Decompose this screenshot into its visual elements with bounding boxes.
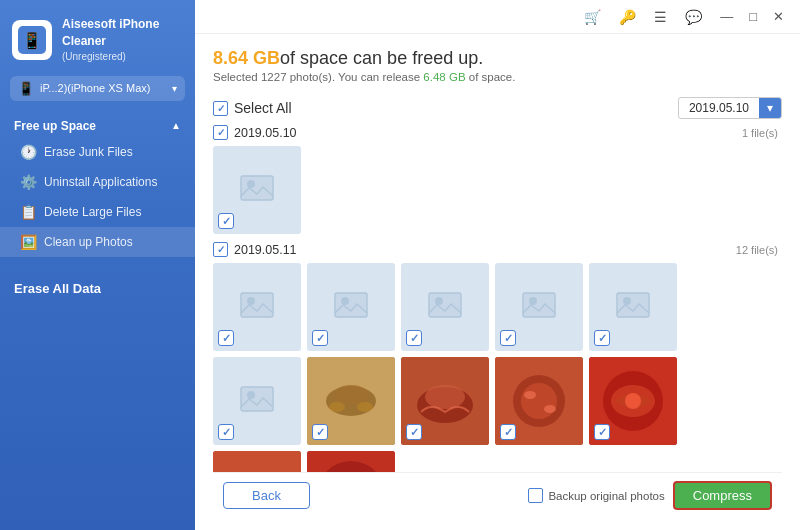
question-icon[interactable]: 🔑: [615, 7, 640, 27]
photo-thumb[interactable]: [401, 357, 489, 445]
photo-thumb[interactable]: [589, 263, 677, 351]
free-space-section: Free up Space ▲: [0, 113, 195, 137]
photo-checkbox[interactable]: [218, 213, 234, 229]
group-1-checkbox[interactable]: [213, 125, 228, 140]
svg-point-28: [544, 405, 556, 413]
select-all-checkbox[interactable]: [213, 101, 228, 116]
erase-all-data[interactable]: Erase All Data: [0, 273, 195, 304]
photo-thumb[interactable]: [307, 451, 395, 472]
photo-thumb[interactable]: [307, 263, 395, 351]
group-2-date: 2019.05.11: [234, 243, 297, 257]
photo-checkbox[interactable]: [406, 424, 422, 440]
phone-icon: 📱: [18, 81, 34, 96]
minimize-button[interactable]: —: [716, 7, 737, 26]
photo-checkbox[interactable]: [594, 424, 610, 440]
svg-point-23: [425, 385, 465, 409]
release-amount: 6.48 GB: [423, 71, 465, 83]
section-chevron-icon: ▲: [171, 120, 181, 131]
photo-thumb[interactable]: [495, 357, 583, 445]
photo-checkbox[interactable]: [500, 424, 516, 440]
date-dropdown-btn[interactable]: ▾: [759, 98, 781, 118]
image-placeholder-icon: [239, 381, 275, 421]
release-suffix: of space.: [466, 71, 516, 83]
photo-scroll-area[interactable]: 2019.05.10 1 file(s): [213, 125, 782, 472]
sidebar-item-erase-junk[interactable]: 🕐 Erase Junk Files: [0, 137, 195, 167]
gear-icon: ⚙️: [20, 174, 36, 190]
svg-point-13: [623, 297, 631, 305]
photo-checkbox[interactable]: [218, 330, 234, 346]
group-2-row-3: [213, 451, 778, 472]
svg-rect-14: [241, 387, 273, 411]
group-2-count: 12 file(s): [736, 244, 778, 256]
svg-point-32: [625, 393, 641, 409]
food-image: [307, 451, 395, 472]
back-button[interactable]: Back: [223, 482, 310, 509]
space-title: 8.64 GBof space can be freed up.: [213, 48, 782, 69]
photo-thumb[interactable]: [401, 263, 489, 351]
main-content: 🛒 🔑 ☰ 💬 — □ ✕ 8.64 GBof space can be fre…: [195, 0, 800, 530]
menu-icon[interactable]: ☰: [650, 7, 671, 27]
photo-checkbox[interactable]: [312, 330, 328, 346]
space-header: 8.64 GBof space can be freed up. Selecte…: [213, 48, 782, 83]
device-selector[interactable]: 📱 iP...2)(iPhone XS Max) ▾: [10, 76, 185, 101]
sidebar-item-delete-large[interactable]: 📋 Delete Large Files: [0, 197, 195, 227]
photo-checkbox[interactable]: [312, 424, 328, 440]
maximize-button[interactable]: □: [745, 7, 761, 26]
backup-checkbox[interactable]: [528, 488, 543, 503]
photo-thumb[interactable]: [307, 357, 395, 445]
clock-icon: 🕐: [20, 144, 36, 160]
image-placeholder-icon: [239, 170, 275, 210]
selected-count: Selected 1227 photo(s). You can release: [213, 71, 423, 83]
sidebar: 📱 Aiseesoft iPhone Cleaner (Unregistered…: [0, 0, 195, 530]
select-all-label[interactable]: Select All: [213, 100, 292, 116]
photo-thumb[interactable]: [213, 357, 301, 445]
erase-all-label: Erase All Data: [14, 281, 101, 296]
svg-point-3: [247, 180, 255, 188]
sidebar-item-clean-photos-label: Clean up Photos: [44, 235, 133, 249]
sidebar-item-uninstall-label: Uninstall Applications: [44, 175, 157, 189]
app-title: Aiseesoft iPhone Cleaner (Unregistered): [62, 16, 183, 64]
close-button[interactable]: ✕: [769, 7, 788, 26]
cart-icon[interactable]: 🛒: [580, 7, 605, 27]
backup-label: Backup original photos: [528, 488, 664, 503]
dropdown-chevron-icon: ▾: [767, 101, 773, 115]
photo-icon: 🖼️: [20, 234, 36, 250]
sidebar-item-uninstall[interactable]: ⚙️ Uninstall Applications: [0, 167, 195, 197]
sidebar-item-clean-photos[interactable]: 🖼️ Clean up Photos: [0, 227, 195, 257]
date-dropdown[interactable]: 2019.05.10 ▾: [678, 97, 782, 119]
photo-thumb[interactable]: [213, 451, 301, 472]
compress-button[interactable]: Compress: [673, 481, 772, 510]
svg-point-7: [341, 297, 349, 305]
date-group-2: 2019.05.11 12 file(s): [213, 242, 778, 472]
image-placeholder-icon: [521, 287, 557, 327]
free-space-label: Free up Space: [14, 119, 96, 133]
photo-thumb[interactable]: [213, 263, 301, 351]
image-placeholder-icon: [615, 287, 651, 327]
group-2-row-2: [213, 357, 778, 445]
sidebar-item-delete-large-label: Delete Large Files: [44, 205, 141, 219]
photo-checkbox[interactable]: [406, 330, 422, 346]
group-1-photos: [213, 146, 778, 234]
photo-thumb[interactable]: [589, 357, 677, 445]
date-group-1: 2019.05.10 1 file(s): [213, 125, 778, 234]
photo-checkbox[interactable]: [594, 330, 610, 346]
app-logo: 📱: [12, 20, 52, 60]
image-placeholder-icon: [333, 287, 369, 327]
chat-icon[interactable]: 💬: [681, 7, 706, 27]
photo-thumb[interactable]: [495, 263, 583, 351]
svg-rect-2: [241, 176, 273, 200]
space-amount: 8.64 GB: [213, 48, 280, 68]
app-name: Aiseesoft iPhone Cleaner: [62, 16, 183, 50]
photo-checkbox[interactable]: [500, 330, 516, 346]
date-group-2-header: 2019.05.11 12 file(s): [213, 242, 778, 257]
date-group-1-label: 2019.05.10: [213, 125, 297, 140]
group-2-checkbox[interactable]: [213, 242, 228, 257]
space-subtitle: Selected 1227 photo(s). You can release …: [213, 71, 782, 83]
svg-text:📱: 📱: [22, 31, 42, 50]
device-name: iP...2)(iPhone XS Max): [40, 82, 166, 94]
sidebar-item-erase-junk-label: Erase Junk Files: [44, 145, 133, 159]
photo-thumb[interactable]: [213, 146, 301, 234]
svg-point-20: [357, 402, 373, 412]
photo-checkbox[interactable]: [218, 424, 234, 440]
svg-rect-6: [335, 293, 367, 317]
